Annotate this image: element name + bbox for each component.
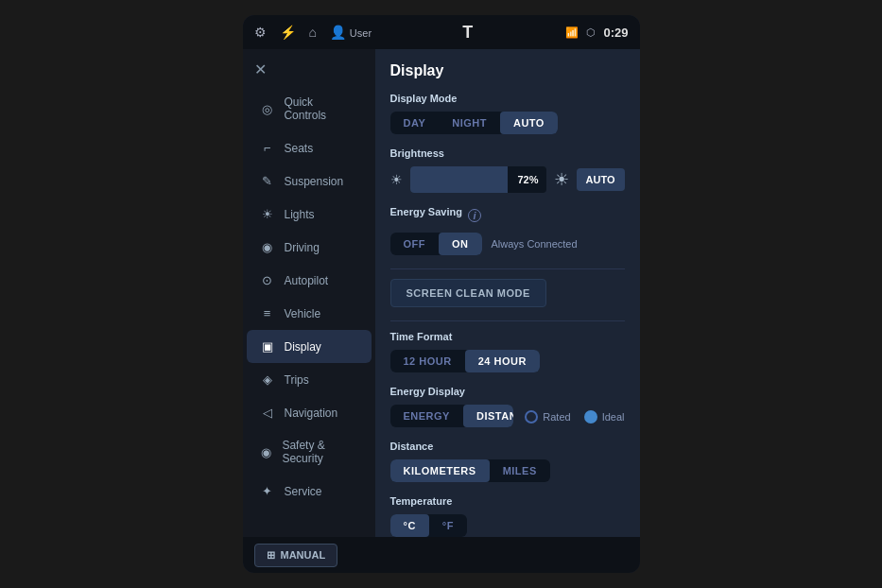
- bluetooth-icon: ⬡: [586, 26, 596, 39]
- sun-dim-icon: ☀: [390, 172, 403, 187]
- energy-display-toggle: ENERGY DISTANCE: [390, 405, 514, 427]
- 12hour-btn[interactable]: 12 HOUR: [390, 350, 465, 372]
- brightness-section: Brightness ☀ 72% ☀ AUTO: [390, 147, 625, 193]
- sidebar-item-display[interactable]: ▣ Display: [247, 330, 372, 363]
- sidebar-item-suspension[interactable]: ✎ Suspension: [247, 164, 372, 198]
- navigation-icon: ◁: [260, 406, 275, 420]
- sidebar-item-lights[interactable]: ☀ Lights: [247, 198, 372, 231]
- energy-on-btn[interactable]: ON: [439, 233, 482, 255]
- sidebar-label-lights: Lights: [285, 208, 315, 221]
- ideal-radio[interactable]: [584, 410, 597, 424]
- sidebar-label-suspension: Suspension: [285, 175, 344, 188]
- lightning-icon[interactable]: ⚡: [280, 25, 296, 40]
- night-btn[interactable]: NIGHT: [439, 112, 500, 134]
- kilometers-btn[interactable]: KILOMETERS: [390, 459, 490, 482]
- energy-saving-title-row: Energy Saving i: [390, 206, 625, 225]
- top-bar-right: 📶 ⬡ 0:29: [565, 26, 628, 40]
- bottom-bar: ⊞ MANUAL: [243, 537, 640, 573]
- sidebar-item-driving[interactable]: ◉ Driving: [247, 231, 372, 264]
- sidebar-item-navigation[interactable]: ◁ Navigation: [247, 396, 372, 429]
- screen-clean-button[interactable]: SCREEN CLEAN MODE: [390, 279, 546, 307]
- energy-saving-row: OFF ON Always Connected: [390, 233, 625, 255]
- always-connected-label: Always Connected: [492, 238, 578, 250]
- manual-icon: ⊞: [267, 549, 275, 562]
- energy-saving-label: Energy Saving: [390, 206, 462, 217]
- brightness-auto-btn[interactable]: AUTO: [577, 168, 625, 191]
- sidebar-item-safety[interactable]: ◉ Safety & Security: [247, 429, 372, 475]
- energy-display-row: ENERGY DISTANCE Rated Ideal: [390, 405, 625, 427]
- home-icon[interactable]: ⌂: [309, 25, 317, 40]
- time-format-toggle: 12 HOUR 24 HOUR: [390, 350, 540, 372]
- top-bar-left: ⚙ ⚡ ⌂ 👤 User: [254, 25, 372, 40]
- sidebar-item-quick-controls[interactable]: ◎ Quick Controls: [247, 86, 372, 131]
- brightness-value: 72%: [518, 174, 539, 185]
- energy-btn[interactable]: ENERGY: [390, 405, 463, 427]
- 24hour-btn[interactable]: 24 HOUR: [465, 350, 540, 372]
- energy-saving-section: Energy Saving i OFF ON Always Connected: [390, 206, 625, 255]
- brightness-slider[interactable]: 72%: [410, 166, 546, 193]
- quick-controls-icon: ◎: [260, 102, 275, 116]
- energy-off-btn[interactable]: OFF: [390, 233, 440, 255]
- miles-btn[interactable]: MILES: [490, 459, 550, 482]
- manual-label: MANUAL: [281, 549, 326, 561]
- rated-radio[interactable]: [525, 410, 538, 424]
- manual-button[interactable]: ⊞ MANUAL: [254, 544, 338, 567]
- main-content: ✕ ◎ Quick Controls ⌐ Seats ✎ Suspension …: [243, 49, 640, 537]
- info-icon[interactable]: i: [468, 209, 481, 222]
- rated-label: Rated: [543, 411, 570, 423]
- panel-title: Display: [390, 62, 625, 79]
- panel: Display Display Mode DAY NIGHT AUTO Brig…: [375, 49, 640, 537]
- divider-1: [390, 268, 625, 269]
- sidebar-item-autopilot[interactable]: ⊙ Autopilot: [247, 264, 372, 297]
- signal-icon: 📶: [565, 26, 579, 39]
- display-icon: ▣: [260, 339, 275, 354]
- top-bar-center: T: [462, 23, 475, 43]
- sun-bright-icon: ☀: [554, 169, 569, 190]
- sidebar-label-service: Service: [285, 485, 322, 498]
- temperature-label: Temperature: [390, 495, 625, 507]
- sidebar-item-seats[interactable]: ⌐ Seats: [247, 131, 372, 164]
- display-mode-label: Display Mode: [390, 93, 625, 104]
- autopilot-icon: ⊙: [260, 273, 275, 287]
- sidebar-label-driving: Driving: [285, 241, 320, 254]
- seats-icon: ⌐: [260, 141, 275, 155]
- vehicle-icon: ≡: [260, 306, 275, 320]
- distance-toggle: KILOMETERS MILES: [390, 459, 550, 482]
- suspension-icon: ✎: [260, 174, 275, 188]
- lights-icon: ☀: [260, 207, 275, 221]
- close-button[interactable]: ✕: [243, 57, 375, 86]
- sidebar-item-vehicle[interactable]: ≡ Vehicle: [247, 297, 372, 330]
- time-format-section: Time Format 12 HOUR 24 HOUR: [390, 331, 625, 372]
- sidebar-item-service[interactable]: ✦ Service: [247, 475, 372, 508]
- ideal-label: Ideal: [602, 411, 625, 423]
- distance-section: Distance KILOMETERS MILES: [390, 441, 625, 482]
- top-bar: ⚙ ⚡ ⌂ 👤 User T 📶 ⬡ 0:29: [243, 15, 640, 49]
- sidebar-label-navigation: Navigation: [285, 406, 338, 420]
- service-icon: ✦: [260, 484, 275, 498]
- ideal-option[interactable]: Ideal: [584, 410, 625, 424]
- celsius-btn[interactable]: °C: [390, 514, 429, 537]
- time-display: 0:29: [603, 26, 628, 40]
- auto-btn-mode[interactable]: AUTO: [500, 112, 558, 134]
- energy-display-section: Energy Display ENERGY DISTANCE Rated: [390, 386, 625, 427]
- safety-icon: ◉: [260, 445, 273, 459]
- distance-btn[interactable]: DISTANCE: [463, 405, 513, 427]
- sidebar-label-seats: Seats: [285, 142, 314, 155]
- tesla-screen: ⚙ ⚡ ⌂ 👤 User T 📶 ⬡ 0:29 ✕ ◎ Quick Contro…: [243, 15, 640, 573]
- distance-label: Distance: [390, 441, 625, 452]
- display-mode-section: Display Mode DAY NIGHT AUTO: [390, 93, 625, 134]
- day-btn[interactable]: DAY: [390, 112, 440, 134]
- rated-option[interactable]: Rated: [525, 410, 570, 424]
- temperature-toggle: °C °F: [390, 514, 467, 537]
- tesla-logo: T: [462, 23, 475, 43]
- fahrenheit-btn[interactable]: °F: [429, 514, 467, 537]
- trips-icon: ◈: [260, 372, 275, 387]
- brightness-row: ☀ 72% ☀ AUTO: [390, 166, 625, 193]
- user-icon[interactable]: 👤 User: [330, 25, 372, 40]
- driving-icon: ◉: [260, 240, 275, 254]
- sidebar-item-trips[interactable]: ◈ Trips: [247, 363, 372, 396]
- sidebar: ✕ ◎ Quick Controls ⌐ Seats ✎ Suspension …: [243, 49, 375, 537]
- settings-icon[interactable]: ⚙: [254, 25, 267, 40]
- sidebar-label-autopilot: Autopilot: [285, 274, 329, 287]
- time-format-label: Time Format: [390, 331, 625, 342]
